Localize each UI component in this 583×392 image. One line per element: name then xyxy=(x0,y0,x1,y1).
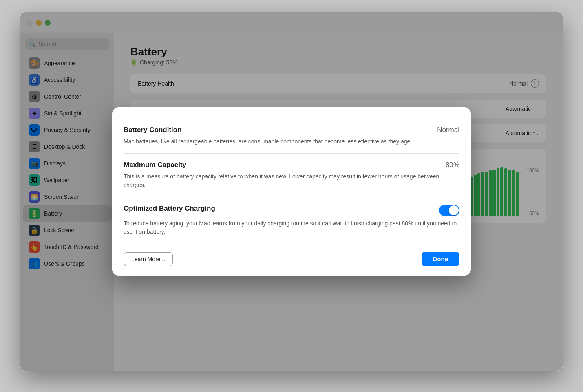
dialog-section-title-battery-condition: Battery Condition xyxy=(124,126,182,134)
learn-more-button[interactable]: Learn More... xyxy=(124,252,173,266)
dialog-section-title-optimized-charging: Optimized Battery Charging xyxy=(124,205,215,213)
dialog-section-header-optimized-charging: Optimized Battery Charging xyxy=(124,205,459,216)
dialog-section-optimized-charging: Optimized Battery ChargingTo reduce batt… xyxy=(124,197,459,244)
main-window: 🔍 Search 🎨Appearance♿Accessibility⚙Contr… xyxy=(20,12,563,371)
dialog-section-value-battery-condition: Normal xyxy=(437,126,459,134)
modal-overlay: Battery ConditionNormalMac batteries, li… xyxy=(20,12,563,371)
dialog-footer: Learn More... Done xyxy=(124,244,459,266)
dialog-section-title-maximum-capacity: Maximum Capacity xyxy=(124,161,186,169)
dialog-section-header-battery-condition: Battery ConditionNormal xyxy=(124,126,459,134)
toggle-container-optimized-charging xyxy=(439,205,459,216)
dialog-section-header-maximum-capacity: Maximum Capacity89% xyxy=(124,161,459,169)
dialog-section-desc-battery-condition: Mac batteries, like all rechargeable bat… xyxy=(124,137,459,146)
dialog-sections-container: Battery ConditionNormalMac batteries, li… xyxy=(124,119,459,244)
dialog-section-maximum-capacity: Maximum Capacity89%This is a measure of … xyxy=(124,154,459,197)
dialog-section-desc-optimized-charging: To reduce battery aging, your Mac learns… xyxy=(124,219,459,236)
dialog-section-battery-condition: Battery ConditionNormalMac batteries, li… xyxy=(124,119,459,154)
done-button[interactable]: Done xyxy=(422,252,460,266)
battery-health-dialog: Battery ConditionNormalMac batteries, li… xyxy=(112,107,471,276)
dialog-section-desc-maximum-capacity: This is a measure of battery capacity re… xyxy=(124,172,459,189)
dialog-section-value-maximum-capacity: 89% xyxy=(446,161,459,169)
toggle-optimized-charging[interactable] xyxy=(439,205,459,216)
toggle-thumb-optimized-charging xyxy=(449,205,459,215)
